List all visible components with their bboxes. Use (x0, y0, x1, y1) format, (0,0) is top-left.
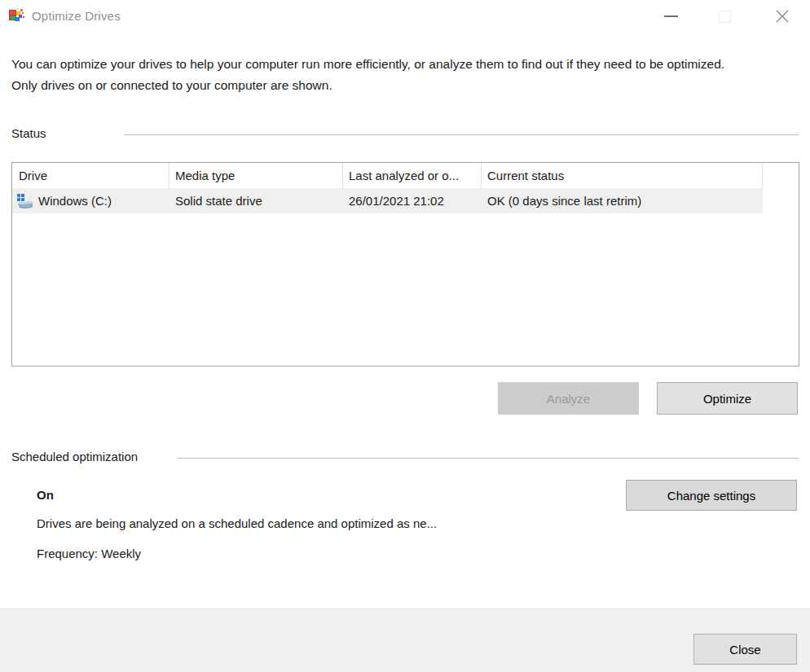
optimize-drives-window: Optimize Drives You can optimize your dr… (0, 0, 810, 672)
close-window-button[interactable] (764, 0, 801, 33)
scheduled-description: Drives are being analyzed on a scheduled… (37, 516, 437, 530)
windows-drive-icon (16, 193, 34, 209)
cell-media-type: Solid state drive (169, 188, 343, 213)
status-section-label: Status (11, 126, 46, 140)
title-bar: Optimize Drives (0, 0, 810, 34)
close-button[interactable]: Close (693, 634, 797, 665)
minimize-icon (664, 15, 678, 17)
cell-filler (763, 188, 799, 213)
defrag-app-icon (8, 7, 26, 25)
drives-list-header: Drive Media type Last analyzed or o... C… (12, 163, 799, 188)
optimize-button[interactable]: Optimize (657, 382, 798, 415)
column-header-drive[interactable]: Drive (12, 163, 169, 188)
scheduled-section-divider (178, 458, 799, 459)
drives-list: Drive Media type Last analyzed or o... C… (11, 162, 799, 367)
minimize-button[interactable] (652, 0, 689, 33)
scheduled-state: On (37, 488, 54, 502)
analyze-button[interactable]: Analyze (498, 382, 639, 415)
close-icon (775, 9, 790, 24)
cell-current-status: OK (0 days since last retrim) (482, 188, 763, 213)
scheduled-frequency: Frequency: Weekly (37, 547, 141, 560)
dialog-description: You can optimize your drives to help you… (11, 54, 750, 96)
column-header-last-analyzed[interactable]: Last analyzed or o... (343, 163, 482, 188)
cell-drive: Windows (C:) (12, 188, 169, 213)
status-section-divider (124, 134, 799, 135)
cell-last-analyzed: 26/01/2021 21:02 (343, 188, 482, 213)
table-row-windows-c[interactable]: Windows (C:) Solid state drive 26/01/202… (12, 188, 799, 213)
maximize-icon (719, 11, 731, 23)
column-header-filler (763, 163, 799, 188)
scheduled-section-label: Scheduled optimization (11, 450, 138, 463)
maximize-button (706, 0, 743, 33)
window-title: Optimize Drives (32, 9, 121, 23)
column-header-media-type[interactable]: Media type (169, 163, 343, 188)
drive-name: Windows (C:) (38, 194, 112, 208)
column-header-current-status[interactable]: Current status (482, 163, 763, 188)
dialog-footer: Close (0, 608, 810, 672)
change-settings-button[interactable]: Change settings (626, 480, 797, 511)
